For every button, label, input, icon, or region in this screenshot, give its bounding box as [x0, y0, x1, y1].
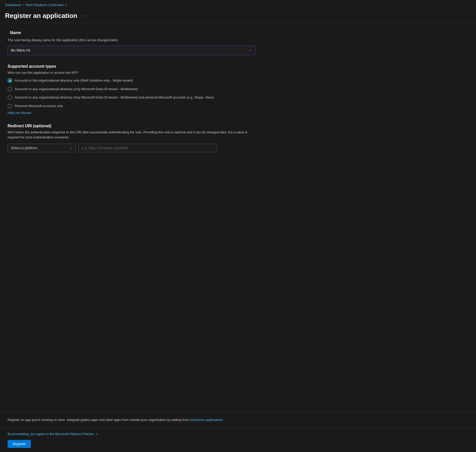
breadcrumb-sep2: >: [65, 3, 67, 7]
radio-option-multitenant-personal[interactable]: Accounts in any organizational directory…: [8, 95, 258, 100]
platform-select-label: Select a platform: [11, 146, 37, 150]
radio-circle-3: [8, 95, 12, 100]
radio-option-multitenant[interactable]: Accounts in any organizational directory…: [8, 87, 258, 92]
redirect-uri-title: Redirect URI (optional): [8, 124, 258, 128]
footer-note-text: Register an app you're working on here. …: [8, 418, 190, 422]
more-options-icon[interactable]: ···: [80, 13, 86, 18]
radio-label-1: Accounts in this organizational director…: [15, 78, 133, 83]
name-description: The user-facing display name for this ap…: [8, 38, 258, 43]
redirect-uri-inputs: Select a platform ⌄: [8, 144, 258, 152]
external-link-icon: ↗: [95, 432, 98, 436]
breadcrumb-dashboard[interactable]: Dashboard: [5, 3, 21, 7]
breadcrumb-sep1: >: [23, 3, 25, 7]
supported-accounts-description: Who can use this application or access t…: [8, 70, 258, 75]
uri-input[interactable]: [78, 144, 217, 152]
register-button[interactable]: Register: [8, 440, 31, 448]
top-bar: Dashboard > Rahl Solutions | Overview > …: [0, 0, 476, 23]
radio-label-3: Accounts in any organizational directory…: [15, 95, 214, 100]
name-label: Name: [10, 31, 21, 35]
redirect-uri-description: We'll return the authentication response…: [8, 130, 253, 140]
breadcrumb: Dashboard > Rahl Solutions | Overview >: [5, 3, 471, 7]
platform-select-dropdown[interactable]: Select a platform ⌄: [8, 144, 76, 152]
redirect-uri-section: Redirect URI (optional) We'll return the…: [8, 124, 258, 152]
page-header: Register an application ···: [5, 9, 471, 21]
name-input[interactable]: [11, 48, 249, 52]
name-input-wrapper[interactable]: ✓: [8, 46, 255, 55]
supported-accounts-section: Supported account types Who can use this…: [8, 64, 258, 115]
name-section: * Name The user-facing display name for …: [8, 31, 258, 55]
policy-link[interactable]: By proceeding, you agree to the Microsof…: [8, 432, 468, 436]
radio-option-personal-only[interactable]: Personal Microsoft accounts only: [8, 104, 258, 109]
footer-note: Register an app you're working on here. …: [0, 413, 476, 427]
supported-accounts-title: Supported account types: [8, 64, 258, 69]
enterprise-applications-link[interactable]: Enterprise applications.: [190, 418, 224, 422]
radio-option-single-tenant[interactable]: Accounts in this organizational director…: [8, 78, 258, 83]
required-asterisk: *: [8, 32, 9, 36]
breadcrumb-org[interactable]: Rahl Solutions | Overview: [26, 3, 64, 7]
account-type-radio-group: Accounts in this organizational director…: [8, 78, 258, 108]
footer-bottom: By proceeding, you agree to the Microsof…: [0, 428, 476, 452]
radio-label-2: Accounts in any organizational directory…: [15, 87, 138, 92]
help-me-choose-link[interactable]: Help me choose...: [8, 111, 34, 115]
main-content: * Name The user-facing display name for …: [0, 23, 265, 267]
name-label-row: * Name: [8, 31, 258, 37]
radio-circle-4: [8, 104, 12, 108]
policy-text: By proceeding, you agree to the Microsof…: [8, 432, 94, 436]
chevron-down-icon: ⌄: [70, 146, 73, 150]
radio-circle-2: [8, 87, 12, 91]
input-check-icon: ✓: [249, 48, 252, 53]
radio-label-4: Personal Microsoft accounts only: [15, 104, 63, 109]
page-title: Register an application: [5, 12, 77, 20]
radio-circle-1: [8, 78, 12, 83]
